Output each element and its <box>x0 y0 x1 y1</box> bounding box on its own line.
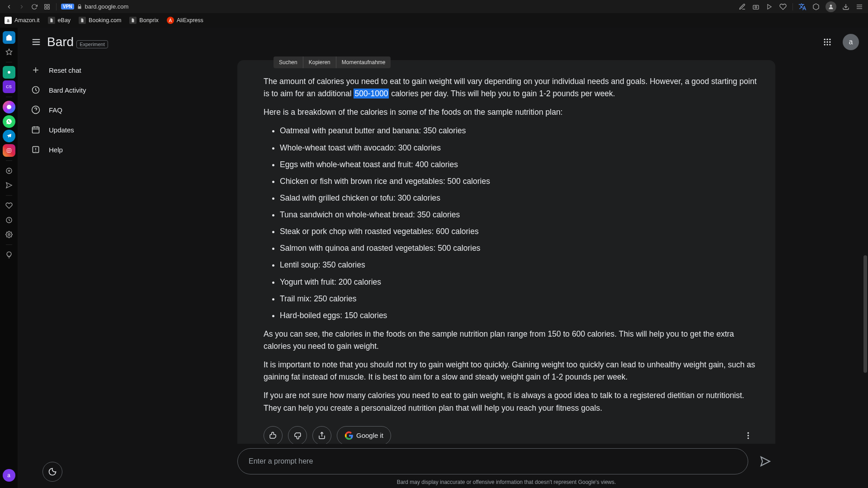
ctx-snapshot[interactable]: Momentaufnahme <box>336 56 391 68</box>
user-avatar[interactable]: a <box>843 34 859 50</box>
ctx-search[interactable]: Suchen <box>274 56 303 68</box>
advice-paragraph: If you are not sure how many calories yo… <box>264 389 757 414</box>
rail-send-icon[interactable] <box>3 179 15 192</box>
bookmark-ebay[interactable]: eBay <box>48 17 71 24</box>
svg-point-24 <box>826 39 828 40</box>
sidebar-updates[interactable]: Updates <box>24 120 145 140</box>
context-menu: Suchen Kopieren Momentaufnahme <box>274 56 391 68</box>
main-content: Suchen Kopieren Momentaufnahme The amoun… <box>145 28 868 488</box>
bookmark-label: AliExpress <box>177 17 203 23</box>
rail-home-icon[interactable] <box>3 31 15 44</box>
thumbs-down-button[interactable] <box>288 426 307 444</box>
svg-point-47 <box>747 437 749 439</box>
sidebar-reset-chat[interactable]: Reset chat <box>24 60 145 80</box>
rail-messenger-icon[interactable] <box>3 101 15 113</box>
tabs-button[interactable] <box>42 2 52 11</box>
rail-cs-icon[interactable]: CS <box>3 80 15 93</box>
note-paragraph: It is important to note that you should … <box>264 359 757 383</box>
bookmark-label: Amazon.it <box>14 17 40 23</box>
svg-point-25 <box>829 39 830 40</box>
rail-chatgpt-icon[interactable] <box>3 66 15 79</box>
response-card: Suchen Kopieren Momentaufnahme The amoun… <box>237 60 775 444</box>
browser-avatar[interactable] <box>826 1 836 12</box>
sidebar-faq[interactable]: FAQ <box>24 100 145 120</box>
bookmarks-bar: aAmazon.it eBay Booking.com Bonprix AAli… <box>0 13 868 28</box>
prompt-input-container[interactable] <box>237 448 748 474</box>
vpn-badge: VPN <box>61 4 74 9</box>
response-actions: Google it <box>264 426 757 444</box>
google-apps-icon[interactable] <box>818 33 836 51</box>
list-item: Chicken or fish with brown rice and vege… <box>280 175 757 188</box>
share-button[interactable] <box>312 426 331 444</box>
sidebar-item-label: Bard Activity <box>49 86 86 94</box>
rail-star-icon[interactable] <box>3 46 15 58</box>
bookmark-label: eBay <box>58 17 71 23</box>
rail-history-icon[interactable] <box>3 214 15 226</box>
svg-marker-12 <box>6 49 12 55</box>
svg-rect-3 <box>47 7 49 9</box>
svg-rect-1 <box>47 4 49 6</box>
scrollbar[interactable] <box>863 255 867 373</box>
send-button[interactable] <box>755 451 775 471</box>
sidebar-item-label: FAQ <box>49 106 62 114</box>
download-icon[interactable] <box>842 3 850 11</box>
list-item: Salad with grilled chicken or tofu: 300 … <box>280 192 757 204</box>
bard-app: Bard Experiment a Reset chat Bard Activi… <box>18 28 868 488</box>
thumbs-up-button[interactable] <box>264 426 283 444</box>
rail-whatsapp-icon[interactable] <box>3 115 15 128</box>
rail-user-icon[interactable]: a <box>3 469 15 482</box>
bookmark-booking[interactable]: Booking.com <box>79 17 121 24</box>
edit-icon[interactable] <box>738 3 746 11</box>
heart-icon[interactable] <box>779 3 787 11</box>
rail-heart-icon[interactable] <box>3 199 15 212</box>
rail-bulb-icon[interactable] <box>3 249 15 261</box>
translate-icon[interactable] <box>798 3 807 11</box>
bookmark-bonprix[interactable]: Bonprix <box>129 17 158 24</box>
back-button[interactable] <box>5 2 14 11</box>
svg-point-43 <box>35 151 36 152</box>
ctx-copy[interactable]: Kopieren <box>303 56 336 68</box>
scroll-area[interactable]: Suchen Kopieren Momentaufnahme The amoun… <box>145 56 868 444</box>
bookmark-aliexpress[interactable]: AAliExpress <box>167 17 203 24</box>
calendar-icon <box>31 125 41 135</box>
more-options-button[interactable] <box>739 427 757 444</box>
bookmark-label: Booking.com <box>89 17 121 23</box>
svg-rect-4 <box>753 5 759 9</box>
list-item: Salmon with quinoa and roasted vegetable… <box>280 242 757 254</box>
highlighted-text[interactable]: 500-1000 <box>354 89 389 99</box>
svg-rect-37 <box>33 127 39 133</box>
svg-point-7 <box>830 5 832 7</box>
play-icon[interactable] <box>765 3 774 11</box>
list-item: Hard-boiled eggs: 150 calories <box>280 310 757 322</box>
sidebar-help[interactable]: Help <box>24 140 145 160</box>
prompt-input[interactable] <box>249 457 737 465</box>
bookmark-label: Bonprix <box>139 17 158 23</box>
list-item: Whole-wheat toast with avocado: 300 calo… <box>280 142 757 154</box>
list-item: Lentil soup: 350 calories <box>280 259 757 271</box>
hamburger-menu[interactable] <box>27 33 45 51</box>
separator <box>56 3 57 10</box>
camera-icon[interactable] <box>752 3 760 11</box>
google-it-button[interactable]: Google it <box>337 426 391 444</box>
rail-telegram-icon[interactable] <box>3 130 15 142</box>
browser-toolbar: VPN bard.google.com <box>0 0 868 13</box>
forward-button[interactable] <box>17 2 26 11</box>
help-circle-icon <box>31 105 41 115</box>
bookmark-amazon[interactable]: aAmazon.it <box>5 17 40 24</box>
rail-settings-icon[interactable] <box>3 228 15 241</box>
left-rail: CS a <box>0 28 18 488</box>
svg-rect-2 <box>45 7 47 9</box>
plus-icon <box>31 65 41 75</box>
svg-point-19 <box>8 234 10 235</box>
rail-instagram-icon[interactable] <box>3 144 15 157</box>
cube-icon[interactable] <box>812 3 820 11</box>
reload-button[interactable] <box>30 2 39 11</box>
sidebar-bard-activity[interactable]: Bard Activity <box>24 80 145 100</box>
sidebar-item-label: Reset chat <box>49 66 81 74</box>
rail-chat-icon[interactable] <box>3 164 15 177</box>
menu-icon[interactable] <box>855 3 863 11</box>
address-bar[interactable]: VPN bard.google.com <box>61 3 128 10</box>
svg-point-26 <box>824 41 826 42</box>
theme-fab[interactable] <box>42 462 62 482</box>
alert-icon <box>31 145 41 155</box>
